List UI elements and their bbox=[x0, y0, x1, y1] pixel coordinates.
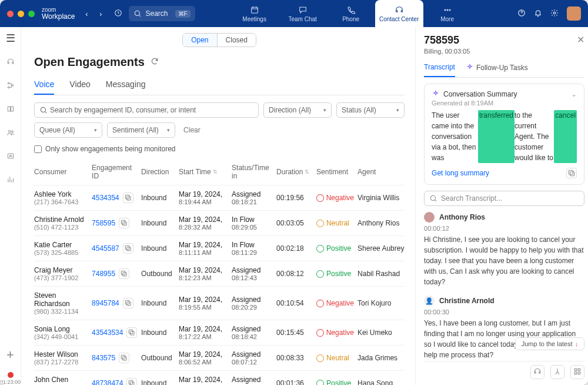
svg-point-12 bbox=[11, 131, 13, 132]
svg-point-15 bbox=[41, 107, 45, 112]
detail-close-button[interactable]: ✕ bbox=[577, 34, 584, 55]
jump-to-latest-button[interactable]: Jump to the latest ↓ bbox=[515, 337, 584, 350]
filter-status[interactable]: Status (All) bbox=[336, 102, 405, 118]
nav-back-button[interactable]: ‹ bbox=[81, 8, 92, 19]
engagement-id-link[interactable]: 843575 bbox=[92, 354, 115, 362]
rail-headset-icon[interactable] bbox=[4, 55, 17, 68]
table-row[interactable]: Christine Arnold(510) 472-1123 758595 In… bbox=[34, 211, 405, 236]
minimize-window[interactable] bbox=[18, 11, 24, 17]
close-window[interactable] bbox=[7, 11, 14, 17]
tab-label: Team Chat bbox=[288, 16, 316, 22]
copy-summary-button[interactable] bbox=[566, 168, 577, 178]
menu-button[interactable]: ☰ bbox=[4, 32, 17, 45]
cell-consumer: Steven Richardson(980) 332-1134 bbox=[34, 291, 88, 315]
rail-book-icon[interactable] bbox=[4, 102, 17, 115]
history-button[interactable] bbox=[112, 8, 124, 19]
tab-meetings[interactable]: Meetings bbox=[230, 0, 279, 27]
help-button[interactable] bbox=[517, 9, 526, 19]
refresh-button[interactable] bbox=[151, 57, 159, 68]
filter-search-input[interactable]: Search by engagement ID, consumer, or in… bbox=[34, 102, 259, 118]
segment-open[interactable]: Open bbox=[183, 34, 217, 47]
filter-direction[interactable]: Direction (All) bbox=[263, 102, 332, 118]
copy-id-button[interactable] bbox=[119, 218, 129, 228]
notifications-button[interactable] bbox=[534, 9, 542, 19]
cell-start-time: Mar 19, 2024,8:17:22 AM bbox=[179, 325, 228, 340]
segment-closed[interactable]: Closed bbox=[218, 34, 256, 47]
window-controls[interactable] bbox=[7, 11, 35, 17]
svg-rect-36 bbox=[578, 369, 580, 371]
sentiment-icon bbox=[316, 245, 324, 253]
table-row[interactable]: Steven Richardson(980) 332-1134 8945784 … bbox=[34, 287, 405, 320]
table-row[interactable]: Katie Carter(573) 325-4885 4545587 Inbou… bbox=[34, 236, 405, 261]
rail-analytics-icon[interactable] bbox=[4, 173, 17, 186]
add-button[interactable]: + bbox=[4, 349, 17, 361]
filter-queue[interactable]: Queue (All) bbox=[34, 122, 102, 138]
th-status[interactable]: Status/Time in bbox=[232, 164, 273, 180]
action-headset-button[interactable] bbox=[530, 365, 544, 379]
sparkle-icon bbox=[466, 64, 474, 72]
copy-id-button[interactable] bbox=[123, 243, 133, 254]
copy-id-button[interactable] bbox=[119, 268, 129, 279]
tab-phone[interactable]: Phone bbox=[327, 0, 375, 27]
th-duration[interactable]: Duration⇅ bbox=[276, 168, 313, 176]
headset-icon bbox=[533, 367, 542, 376]
rail-flow-icon[interactable] bbox=[4, 79, 17, 92]
maximize-window[interactable] bbox=[28, 11, 35, 17]
nav-forward-button[interactable]: › bbox=[95, 8, 106, 19]
tab-contact-center[interactable]: Contact Center bbox=[375, 0, 423, 27]
subtab-voice[interactable]: Voice bbox=[34, 79, 54, 95]
th-direction[interactable]: Direction bbox=[141, 168, 175, 176]
th-engagement-id[interactable]: Engagement ID bbox=[92, 164, 138, 180]
engagement-id-link[interactable]: 43543534 bbox=[92, 328, 123, 337]
svg-rect-19 bbox=[121, 220, 125, 224]
copy-id-button[interactable] bbox=[126, 378, 137, 385]
settings-button[interactable] bbox=[550, 9, 559, 19]
table-row[interactable]: John Chen(669) 252-3432 48738474 Inbound… bbox=[34, 371, 405, 385]
global-search[interactable]: Search ⌘F bbox=[129, 6, 195, 21]
detail-tab-followup[interactable]: Follow-Up Tasks bbox=[466, 63, 528, 77]
rail-people-icon[interactable] bbox=[4, 126, 17, 139]
engagement-id-link[interactable]: 748955 bbox=[92, 270, 115, 278]
get-long-summary-link[interactable]: Get long summary bbox=[432, 169, 489, 177]
rail-contact-icon[interactable] bbox=[4, 150, 17, 162]
engagement-id-link[interactable]: 4545587 bbox=[92, 244, 119, 253]
subtab-messaging[interactable]: Messaging bbox=[106, 79, 146, 95]
filter-sentiment[interactable]: Sentiment (All) bbox=[107, 122, 175, 138]
subtab-video[interactable]: Video bbox=[69, 79, 91, 95]
transcript-search-input[interactable]: Search Transcript... bbox=[424, 191, 584, 206]
calendar-icon bbox=[250, 5, 259, 15]
engagement-id-link[interactable]: 4534354 bbox=[92, 194, 119, 202]
action-merge-button[interactable] bbox=[550, 365, 564, 379]
filter-clear[interactable]: Clear bbox=[180, 126, 204, 134]
copy-id-button[interactable] bbox=[126, 327, 137, 338]
action-grid-button[interactable] bbox=[570, 365, 584, 379]
table-row[interactable]: Sonia Long(342) 449-0041 43543534 Inboun… bbox=[34, 320, 405, 346]
engagement-id-link[interactable]: 48738474 bbox=[92, 379, 123, 385]
table-row[interactable]: Craig Meyer(473) 377-1902 748955 Outboun… bbox=[34, 261, 405, 287]
svg-rect-35 bbox=[574, 369, 577, 371]
cell-sentiment: Neutral bbox=[316, 354, 354, 362]
th-agent[interactable]: Agent bbox=[358, 168, 405, 176]
copy-id-button[interactable] bbox=[119, 353, 129, 363]
th-consumer[interactable]: Consumer bbox=[34, 168, 88, 176]
svg-rect-37 bbox=[574, 372, 577, 374]
copy-id-button[interactable] bbox=[123, 298, 133, 308]
table-row[interactable]: Hester Wilson(837) 217-2278 843575 Outbo… bbox=[34, 346, 405, 371]
summary-collapse-button[interactable]: ⌄ bbox=[571, 90, 577, 98]
tab-more[interactable]: More bbox=[423, 0, 472, 27]
status-dot-icon bbox=[8, 372, 14, 378]
cell-duration: 00:08:33 bbox=[276, 354, 313, 362]
th-start-time[interactable]: Start Time⇅ bbox=[179, 168, 228, 176]
tab-team-chat[interactable]: Team Chat bbox=[279, 0, 327, 27]
detail-subtitle: Billing, 00:03:05 bbox=[424, 48, 470, 55]
engagement-id-link[interactable]: 8945784 bbox=[92, 299, 119, 307]
th-sentiment[interactable]: Sentiment bbox=[316, 168, 354, 176]
monitor-checkbox[interactable] bbox=[34, 145, 42, 153]
engagement-id-link[interactable]: 758595 bbox=[92, 219, 115, 227]
table-row[interactable]: Ashlee York(217) 364-7643 4534354 Inboun… bbox=[34, 185, 405, 211]
copy-id-button[interactable] bbox=[123, 192, 133, 203]
profile-avatar[interactable] bbox=[567, 6, 581, 21]
monitor-label: Only show engagements being monitored bbox=[45, 145, 175, 153]
gear-icon bbox=[550, 9, 559, 17]
detail-tab-transcript[interactable]: Transcript bbox=[424, 63, 455, 77]
